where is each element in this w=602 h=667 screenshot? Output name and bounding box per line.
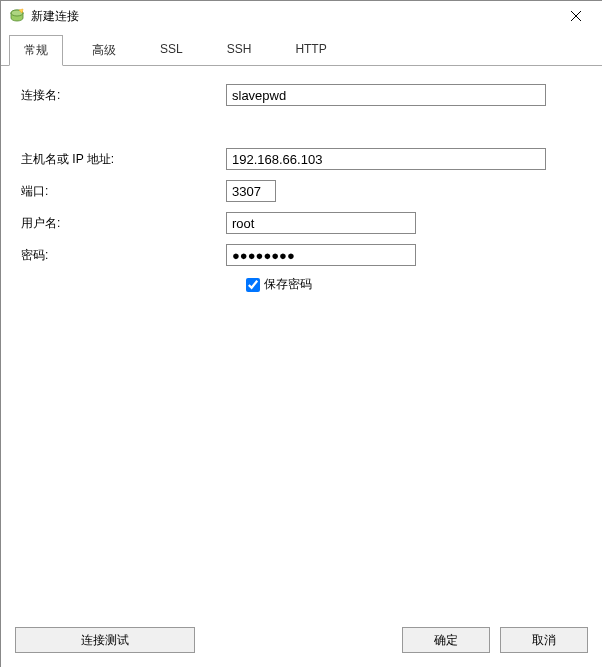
port-label: 端口: — [21, 183, 226, 200]
titlebar: 新建连接 — [1, 1, 602, 31]
tab-ssh[interactable]: SSH — [212, 35, 267, 65]
form-area: 连接名: 主机名或 IP 地址: 端口: 用户名: 密码: 保存密码 — [1, 66, 602, 619]
tab-bar: 常规 高级 SSL SSH HTTP — [1, 35, 602, 66]
tab-http[interactable]: HTTP — [280, 35, 341, 65]
tab-advanced[interactable]: 高级 — [77, 35, 131, 65]
window-title: 新建连接 — [31, 8, 554, 25]
password-input[interactable] — [226, 244, 416, 266]
user-input[interactable] — [226, 212, 416, 234]
host-input[interactable] — [226, 148, 546, 170]
cancel-button[interactable]: 取消 — [500, 627, 588, 653]
password-label: 密码: — [21, 247, 226, 264]
save-password-checkbox[interactable] — [246, 278, 260, 292]
connection-name-input[interactable] — [226, 84, 546, 106]
user-label: 用户名: — [21, 215, 226, 232]
host-label: 主机名或 IP 地址: — [21, 151, 226, 168]
connection-name-label: 连接名: — [21, 87, 226, 104]
save-password-label: 保存密码 — [264, 276, 312, 293]
footer: 连接测试 确定 取消 — [1, 619, 602, 667]
tab-general[interactable]: 常规 — [9, 35, 63, 66]
app-icon — [9, 8, 25, 24]
test-connection-button[interactable]: 连接测试 — [15, 627, 195, 653]
tab-ssl[interactable]: SSL — [145, 35, 198, 65]
port-input[interactable] — [226, 180, 276, 202]
close-button[interactable] — [554, 1, 598, 31]
ok-button[interactable]: 确定 — [402, 627, 490, 653]
new-connection-dialog: 新建连接 常规 高级 SSL SSH HTTP 连接名: 主机名或 IP 地址:… — [0, 0, 602, 667]
